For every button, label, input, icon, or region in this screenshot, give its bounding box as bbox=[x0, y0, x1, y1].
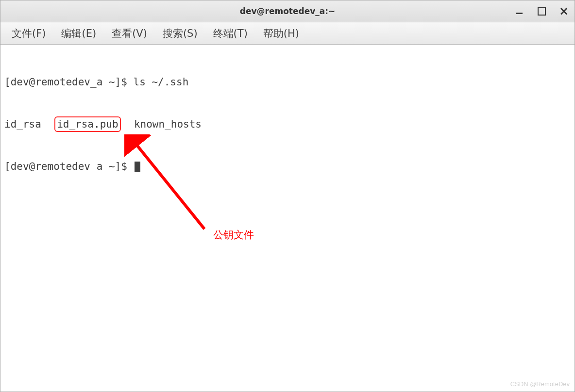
annotation-arrow bbox=[124, 134, 221, 236]
prompt: [dev@remotedev_a ~]$ bbox=[4, 161, 134, 172]
annotation-label: 公钥文件 bbox=[213, 228, 254, 242]
svg-line-1 bbox=[134, 142, 204, 229]
highlight-pubkey: id_rsa.pub bbox=[54, 116, 120, 132]
watermark: CSDN @RemoteDev bbox=[510, 380, 570, 389]
maximize-icon bbox=[538, 7, 546, 16]
command-text: ls ~/.ssh bbox=[134, 76, 189, 88]
cursor-block bbox=[135, 162, 140, 172]
menu-edit[interactable]: 编辑(E) bbox=[54, 24, 103, 43]
file-id-rsa-pub: id_rsa.pub bbox=[57, 118, 118, 130]
file-known-hosts: known_hosts bbox=[134, 118, 202, 130]
menu-terminal[interactable]: 终端(T) bbox=[206, 24, 255, 43]
terminal-line-2: id_rsa id_rsa.pub known_hosts bbox=[4, 116, 571, 132]
menu-file[interactable]: 文件(F) bbox=[4, 24, 53, 43]
terminal-window: dev@remotedev_a:~ × 文件(F) 编辑(E) 查看(V) 搜索… bbox=[0, 0, 575, 392]
file-id-rsa: id_rsa bbox=[4, 118, 41, 130]
minimize-button[interactable] bbox=[513, 5, 525, 17]
close-button[interactable]: × bbox=[558, 5, 570, 17]
terminal-line-1: [dev@remotedev_a ~]$ ls ~/.ssh bbox=[4, 75, 571, 89]
titlebar[interactable]: dev@remotedev_a:~ × bbox=[0, 0, 575, 22]
prompt: [dev@remotedev_a ~]$ bbox=[4, 76, 134, 88]
close-icon: × bbox=[559, 5, 569, 17]
maximize-button[interactable] bbox=[536, 5, 547, 17]
window-title: dev@remotedev_a:~ bbox=[240, 6, 336, 16]
terminal-content[interactable]: [dev@remotedev_a ~]$ ls ~/.ssh id_rsa id… bbox=[0, 45, 575, 392]
menu-view[interactable]: 查看(V) bbox=[104, 24, 154, 43]
menu-search[interactable]: 搜索(S) bbox=[155, 24, 205, 43]
terminal-line-3: [dev@remotedev_a ~]$ bbox=[4, 160, 571, 173]
window-controls: × bbox=[513, 5, 570, 17]
menubar: 文件(F) 编辑(E) 查看(V) 搜索(S) 终端(T) 帮助(H) bbox=[0, 22, 575, 45]
minimize-icon bbox=[516, 9, 523, 14]
menu-help[interactable]: 帮助(H) bbox=[256, 24, 306, 43]
